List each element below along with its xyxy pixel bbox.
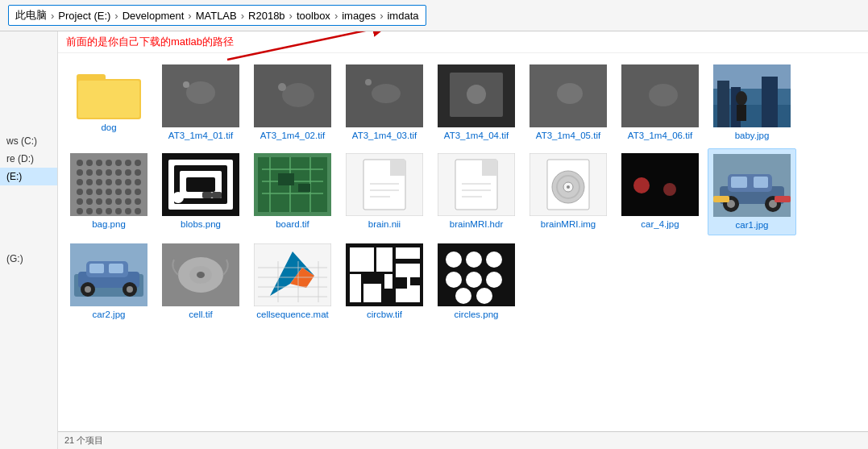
list-item[interactable]: AT3_1m4_02.tif xyxy=(248,60,337,145)
image-thumbnail xyxy=(713,64,791,127)
svg-rect-78 xyxy=(202,192,212,198)
breadcrumb-item-1[interactable]: Project (E:) xyxy=(58,10,110,22)
svg-point-77 xyxy=(172,192,184,203)
list-item[interactable]: board.tif xyxy=(248,148,337,235)
svg-point-61 xyxy=(106,198,112,205)
breadcrumb-sep-3: › xyxy=(241,10,244,22)
list-item[interactable]: dog xyxy=(64,60,153,145)
svg-point-37 xyxy=(77,169,83,176)
svg-rect-122 xyxy=(713,196,729,202)
svg-rect-79 xyxy=(212,192,222,198)
image-thumbnail xyxy=(621,64,699,127)
svg-point-69 xyxy=(115,208,122,214)
breadcrumb-item-2[interactable]: Development xyxy=(123,10,185,22)
list-item[interactable]: car2.jpg xyxy=(64,239,153,324)
breadcrumb-sep-4: › xyxy=(289,10,293,22)
file-name: AT3_1m4_03.tif xyxy=(352,131,417,140)
svg-rect-26 xyxy=(762,77,778,127)
breadcrumb-item-4[interactable]: R2018b xyxy=(248,10,285,22)
svg-point-70 xyxy=(125,208,131,214)
breadcrumb-sep-6: › xyxy=(380,10,383,22)
list-item[interactable]: baby.jpg xyxy=(708,60,796,145)
file-name: brain.nii xyxy=(368,219,401,229)
list-item[interactable]: circbw.tif xyxy=(340,239,429,324)
file-name: circles.png xyxy=(455,310,499,319)
svg-rect-150 xyxy=(350,247,374,272)
list-item[interactable]: AT3_1m4_03.tif xyxy=(340,60,429,145)
breadcrumb[interactable]: 此电脑 › Project (E:) › Development › MATLA… xyxy=(8,5,426,26)
list-item[interactable]: car_4.jpg xyxy=(616,148,704,235)
svg-point-7 xyxy=(183,81,189,88)
image-thumbnail xyxy=(254,153,331,216)
svg-point-56 xyxy=(125,189,131,195)
svg-rect-151 xyxy=(376,247,392,272)
svg-point-30 xyxy=(77,160,83,166)
list-item[interactable]: AT3_1m4_05.tif xyxy=(524,60,613,145)
svg-point-40 xyxy=(106,169,112,176)
svg-point-162 xyxy=(486,252,502,268)
breadcrumb-item-3[interactable]: MATLAB xyxy=(196,10,237,22)
breadcrumb-sep-2: › xyxy=(188,10,191,22)
svg-point-51 xyxy=(77,189,83,195)
main-area: ws (C:) re (D:) (E:) (G:) 前面的是你自己下载的matl… xyxy=(0,31,868,449)
svg-point-46 xyxy=(96,179,102,185)
file-name: car1.jpg xyxy=(736,220,769,230)
list-item[interactable]: AT3_1m4_06.tif xyxy=(616,60,704,145)
breadcrumb-item-0[interactable]: 此电脑 xyxy=(15,8,47,23)
breadcrumb-item-7[interactable]: imdata xyxy=(387,10,418,22)
list-item[interactable]: car1.jpg xyxy=(708,148,796,235)
svg-point-164 xyxy=(466,272,482,288)
svg-point-167 xyxy=(476,288,492,304)
list-item[interactable]: circles.png xyxy=(432,239,521,324)
svg-point-53 xyxy=(96,189,102,195)
svg-rect-76 xyxy=(186,177,215,192)
address-bar: 此电脑 › Project (E:) › Development › MATLA… xyxy=(0,0,868,31)
svg-point-47 xyxy=(106,179,112,185)
file-name: AT3_1m4_02.tif xyxy=(260,131,325,140)
sidebar-item-g[interactable]: (G:) xyxy=(0,250,57,268)
breadcrumb-sep-1: › xyxy=(114,10,118,22)
svg-rect-129 xyxy=(109,264,123,273)
svg-point-45 xyxy=(86,179,93,185)
image-thumbnail xyxy=(254,243,331,306)
svg-point-55 xyxy=(115,189,122,195)
list-item[interactable]: blobs.png xyxy=(156,148,245,235)
image-thumbnail xyxy=(162,153,239,216)
list-item[interactable]: cell.tif xyxy=(156,239,245,324)
svg-point-31 xyxy=(86,160,93,166)
svg-point-166 xyxy=(455,288,471,304)
list-item[interactable]: brain.nii xyxy=(340,148,429,235)
sidebar-item-d[interactable]: re (D:) xyxy=(0,150,57,168)
svg-rect-28 xyxy=(737,105,746,121)
list-item[interactable]: cellsequence.mat xyxy=(248,239,337,324)
image-thumbnail xyxy=(70,243,147,306)
file-name: AT3_1m4_05.tif xyxy=(536,131,600,140)
svg-rect-152 xyxy=(396,247,420,259)
image-thumbnail xyxy=(438,153,515,216)
folder-icon xyxy=(77,64,141,119)
sidebar: ws (C:) re (D:) (E:) (G:) xyxy=(0,31,58,449)
list-item[interactable]: bag.png xyxy=(64,148,153,235)
list-item[interactable]: brainMRI.img xyxy=(524,148,613,235)
breadcrumb-item-5[interactable]: toolbox xyxy=(297,10,330,22)
breadcrumb-sep-5: › xyxy=(334,10,338,22)
sidebar-item-c[interactable]: ws (C:) xyxy=(0,132,57,150)
list-item[interactable]: AT3_1m4_04.tif xyxy=(432,60,521,145)
image-thumbnail xyxy=(530,153,607,216)
file-name: car_4.jpg xyxy=(641,219,679,229)
list-item[interactable]: brainMRI.hdr xyxy=(432,148,521,235)
svg-point-18 xyxy=(557,83,583,104)
svg-point-54 xyxy=(106,189,112,195)
list-item[interactable]: AT3_1m4_01.tif xyxy=(156,60,245,145)
status-bar: 21 个项目 xyxy=(58,431,868,449)
breadcrumb-item-6[interactable]: images xyxy=(342,10,376,22)
svg-point-62 xyxy=(115,198,122,205)
svg-point-165 xyxy=(486,272,502,288)
sidebar-item-e[interactable]: (E:) xyxy=(0,168,57,185)
image-thumbnail xyxy=(713,154,791,217)
svg-rect-158 xyxy=(410,277,420,285)
svg-point-60 xyxy=(96,198,102,205)
svg-point-44 xyxy=(77,179,83,185)
svg-point-108 xyxy=(567,185,570,189)
svg-rect-4 xyxy=(78,81,139,118)
